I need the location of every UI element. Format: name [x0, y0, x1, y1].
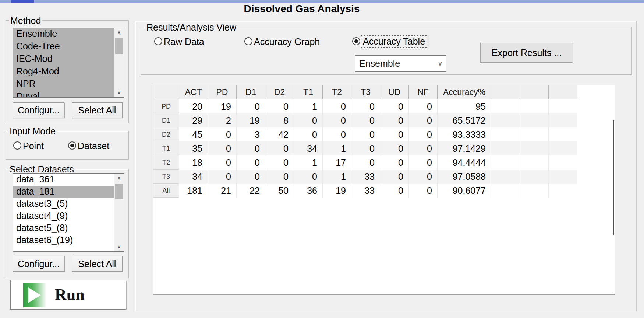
- table-cell: 33: [351, 184, 380, 198]
- accuracy-graph-radio[interactable]: [244, 37, 252, 45]
- table-cell: 34: [294, 141, 323, 155]
- table-cell: 0: [409, 184, 438, 198]
- list-item[interactable]: dataset5_(8): [13, 222, 124, 234]
- table-cell: 35: [179, 141, 208, 155]
- table-cell: 20: [179, 99, 208, 113]
- table-row: T33400001330097.0588: [153, 170, 577, 184]
- list-item[interactable]: dataset3_(5): [13, 198, 124, 210]
- accuracy-table: ACTPDD1D2T1T2T3UDNFAccuracy%PD2019001000…: [153, 85, 577, 198]
- table-cell: 0: [208, 141, 237, 155]
- run-button[interactable]: Run: [10, 280, 126, 310]
- list-item[interactable]: NPR: [13, 78, 124, 91]
- table-cell: [491, 99, 520, 113]
- dataset-radio[interactable]: [68, 141, 76, 150]
- table-cell: 0: [380, 184, 409, 198]
- row-header: T3: [153, 170, 179, 184]
- scroll-up-icon[interactable]: ∧: [114, 174, 124, 183]
- method-configure-button[interactable]: Configur...: [13, 102, 64, 118]
- titlebar-fragment: [11, 0, 34, 3]
- point-radio-label[interactable]: Point: [23, 141, 44, 151]
- column-header: T1: [294, 85, 323, 99]
- column-header: [549, 85, 577, 99]
- row-header: D2: [153, 127, 179, 141]
- window-top-strip: [0, 0, 644, 3]
- table-cell: 0: [265, 141, 294, 155]
- table-cell: 94.4444: [438, 155, 491, 170]
- table-cell: 0: [265, 155, 294, 170]
- datasets-scrollbar-thumb[interactable]: [115, 184, 123, 199]
- accuracy-graph-radio-label[interactable]: Accuracy Graph: [254, 36, 320, 47]
- method-scrollbar-thumb[interactable]: [115, 38, 123, 54]
- scroll-up-icon[interactable]: ∧: [114, 28, 124, 38]
- column-header: T3: [351, 85, 380, 99]
- column-header: Accuracy%: [438, 85, 491, 99]
- column-header: UD: [380, 85, 409, 99]
- table-cell: 3: [237, 127, 265, 141]
- method-group-label: Method: [9, 15, 42, 26]
- list-item[interactable]: data_181: [13, 186, 124, 198]
- table-cell: 29: [179, 113, 208, 127]
- table-cell: 36: [294, 184, 323, 198]
- table-cell: 97.0588: [438, 170, 491, 184]
- datasets-configure-button[interactable]: Configur...: [13, 256, 64, 272]
- method-listbox[interactable]: EnsembleCode-TreeIEC-ModRog4-ModNPRDuval…: [13, 28, 124, 98]
- table-cell: [491, 141, 520, 155]
- table-cell: [549, 170, 577, 184]
- table-cell: 0: [294, 170, 323, 184]
- datasets-select-all-button[interactable]: Select All: [72, 256, 123, 272]
- export-results-button[interactable]: Export Results ...: [480, 43, 573, 63]
- row-header: T1: [153, 141, 179, 155]
- datasets-listbox[interactable]: data_361data_181dataset3_(5)dataset4_(9)…: [13, 173, 124, 252]
- table-header-row: ACTPDD1D2T1T2T3UDNFAccuracy%: [153, 85, 577, 99]
- raw-data-radio-label[interactable]: Raw Data: [164, 36, 204, 47]
- table-cell: 0: [409, 99, 438, 113]
- list-item[interactable]: Ensemble: [13, 28, 124, 41]
- table-cell: 0: [265, 170, 294, 184]
- list-item[interactable]: data_361: [13, 174, 124, 186]
- table-cell: 1: [294, 155, 323, 170]
- table-cell: 21: [208, 184, 237, 198]
- table-cell: [520, 113, 549, 127]
- table-scrollbar-thumb[interactable]: [613, 120, 614, 235]
- table-cell: 17: [323, 155, 351, 170]
- table-cell: 0: [323, 113, 351, 127]
- chevron-down-icon[interactable]: ∨: [438, 56, 443, 71]
- datasets-scrollbar[interactable]: ∧ ∨: [114, 174, 124, 251]
- method-list: EnsembleCode-TreeIEC-ModRog4-ModNPRDuval: [13, 28, 124, 98]
- table-cell: [549, 127, 577, 141]
- table-cell: 0: [380, 170, 409, 184]
- table-cell: [520, 141, 549, 155]
- list-item[interactable]: Code-Tree: [13, 41, 124, 53]
- table-cell: 0: [237, 141, 265, 155]
- table-cell: 0: [294, 127, 323, 141]
- table-cell: 93.3333: [438, 127, 491, 141]
- scroll-down-icon[interactable]: ∨: [114, 242, 124, 251]
- radio-dot: [70, 144, 74, 147]
- accuracy-table-radio-label[interactable]: Accuracy Table: [361, 35, 427, 48]
- table-cell: 19: [208, 99, 237, 113]
- list-item[interactable]: Rog4-Mod: [13, 66, 124, 78]
- method-scrollbar[interactable]: ∧ ∨: [114, 28, 124, 97]
- table-cell: [549, 184, 577, 198]
- point-radio[interactable]: [13, 141, 21, 150]
- dataset-radio-label[interactable]: Dataset: [78, 141, 109, 151]
- table-cell: 0: [351, 141, 380, 155]
- table-cell: [491, 155, 520, 170]
- scroll-down-icon[interactable]: ∨: [114, 88, 124, 97]
- accuracy-table-radio[interactable]: [352, 37, 360, 45]
- results-view-group-label: Results/Analysis View: [145, 22, 238, 33]
- list-item[interactable]: Duval: [13, 91, 124, 98]
- table-cell: 0: [409, 170, 438, 184]
- result-method-dropdown[interactable]: Ensemble ∨: [355, 55, 446, 72]
- table-row: T21800011700094.4444: [153, 155, 577, 170]
- table-cell: 0: [409, 155, 438, 170]
- method-select-all-button[interactable]: Select All: [72, 102, 123, 118]
- play-icon: [23, 283, 47, 307]
- list-item[interactable]: dataset4_(9): [13, 210, 124, 222]
- raw-data-radio[interactable]: [154, 37, 162, 45]
- column-header: NF: [409, 85, 438, 99]
- list-item[interactable]: dataset6_(19): [13, 234, 124, 247]
- table-cell: 90.6077: [438, 184, 491, 198]
- table-cell: 0: [208, 170, 237, 184]
- list-item[interactable]: IEC-Mod: [13, 53, 124, 66]
